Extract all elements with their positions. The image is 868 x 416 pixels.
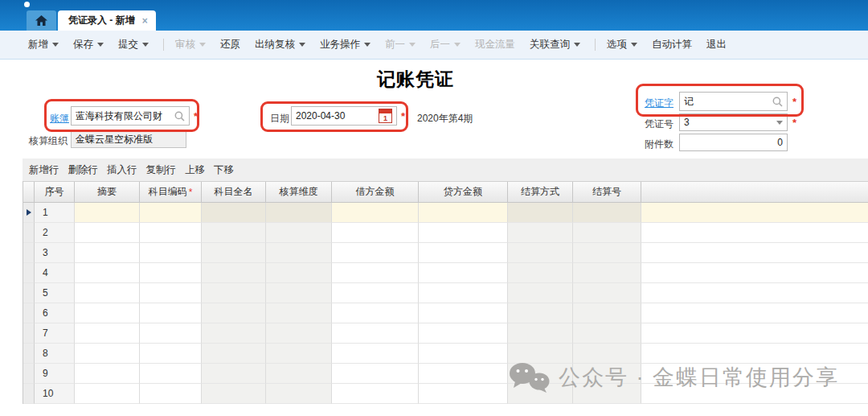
row-number-cell[interactable]: 10 xyxy=(35,384,75,404)
grid-filler-cell[interactable] xyxy=(641,303,868,323)
grid-cell[interactable] xyxy=(75,283,140,303)
row-number-cell[interactable]: 6 xyxy=(35,303,75,323)
row-number-cell[interactable]: 8 xyxy=(35,344,75,364)
menu-item[interactable]: 业务操作 xyxy=(320,38,371,51)
grid-cell[interactable] xyxy=(202,243,266,263)
row-number-cell[interactable]: 7 xyxy=(35,323,75,344)
chevron-down-icon[interactable] xyxy=(631,43,637,47)
grid-cell[interactable] xyxy=(140,303,202,323)
grid-cell[interactable] xyxy=(419,243,508,263)
grid-toolbar-button[interactable]: 插入行 xyxy=(107,163,137,177)
grid-cell[interactable] xyxy=(419,303,508,323)
grid-cell[interactable] xyxy=(332,283,419,303)
row-selector-cell[interactable] xyxy=(23,263,35,283)
grid-cell[interactable] xyxy=(508,303,573,323)
grid-cell[interactable] xyxy=(140,364,202,384)
row-selector-cell[interactable] xyxy=(23,283,35,303)
grid-cell[interactable] xyxy=(266,384,332,404)
grid-cell[interactable] xyxy=(573,223,641,243)
grid-toolbar-button[interactable]: 下移 xyxy=(214,163,234,177)
home-tab[interactable] xyxy=(27,10,56,31)
grid-filler-cell[interactable] xyxy=(641,203,868,223)
grid-cell[interactable] xyxy=(140,243,202,263)
grid-cell[interactable] xyxy=(202,323,266,344)
grid-cell[interactable] xyxy=(75,384,140,404)
grid-cell[interactable] xyxy=(266,223,332,243)
grid-cell[interactable] xyxy=(419,364,508,384)
grid-cell[interactable] xyxy=(573,303,641,323)
search-icon[interactable] xyxy=(772,97,783,107)
grid-cell[interactable] xyxy=(140,344,202,364)
voucher-word-input[interactable]: 记 xyxy=(679,92,788,111)
grid-cell[interactable] xyxy=(332,203,419,223)
grid-cell[interactable] xyxy=(573,344,641,364)
grid-cell[interactable] xyxy=(573,263,641,283)
grid-cell[interactable] xyxy=(332,323,419,344)
book-label-link[interactable]: 账簿 xyxy=(50,112,69,126)
menu-item[interactable]: 关联查询 xyxy=(530,38,580,51)
grid-cell[interactable] xyxy=(508,344,573,364)
chevron-down-icon[interactable] xyxy=(776,121,783,125)
grid-cell[interactable] xyxy=(266,303,332,323)
row-number-cell[interactable]: 4 xyxy=(35,263,75,283)
grid-toolbar-button[interactable]: 删除行 xyxy=(68,163,99,177)
grid-cell[interactable] xyxy=(332,263,419,283)
tab-close-icon[interactable]: × xyxy=(142,15,148,27)
menu-item[interactable]: 退出 xyxy=(706,38,727,51)
attachments-input[interactable]: 0 xyxy=(679,134,788,151)
grid-filler-cell[interactable] xyxy=(641,223,868,243)
grid-cell[interactable] xyxy=(266,203,332,223)
calendar-icon[interactable]: 1 xyxy=(379,109,392,123)
grid-cell[interactable] xyxy=(75,344,140,364)
grid-cell[interactable] xyxy=(202,384,266,404)
voucher-no-input[interactable]: 3 xyxy=(679,113,788,131)
grid-cell[interactable] xyxy=(266,323,332,344)
grid-cell[interactable] xyxy=(140,283,202,303)
grid-cell[interactable] xyxy=(332,364,419,384)
grid-cell[interactable] xyxy=(140,223,202,243)
grid-cell[interactable] xyxy=(75,223,140,243)
grid-cell[interactable] xyxy=(266,344,332,364)
grid-cell[interactable] xyxy=(419,323,508,344)
row-selector-cell[interactable] xyxy=(23,344,35,364)
menu-item[interactable]: 新增 xyxy=(28,38,59,51)
grid-cell[interactable] xyxy=(419,203,508,223)
grid-cell[interactable] xyxy=(508,283,573,303)
grid-cell[interactable] xyxy=(419,344,508,364)
grid-cell[interactable] xyxy=(573,283,641,303)
row-selector-cell[interactable] xyxy=(23,203,35,223)
menu-item[interactable]: 还原 xyxy=(220,38,240,51)
grid-cell[interactable] xyxy=(508,243,573,263)
grid-cell[interactable] xyxy=(140,263,202,283)
grid-cell[interactable] xyxy=(508,263,573,283)
row-number-cell[interactable]: 5 xyxy=(35,283,75,303)
grid-cell[interactable] xyxy=(75,303,140,323)
grid-cell[interactable] xyxy=(332,384,419,404)
grid-cell[interactable] xyxy=(332,243,419,263)
grid-cell[interactable] xyxy=(266,243,332,263)
grid-cell[interactable] xyxy=(266,364,332,384)
search-icon[interactable] xyxy=(174,111,185,122)
grid-cell[interactable] xyxy=(202,283,266,303)
row-number-cell[interactable]: 9 xyxy=(35,364,75,384)
grid-cell[interactable] xyxy=(202,344,266,364)
chevron-down-icon[interactable] xyxy=(364,43,371,47)
grid-cell[interactable] xyxy=(202,223,266,243)
row-selector-cell[interactable] xyxy=(23,323,35,344)
grid-cell[interactable] xyxy=(573,323,641,344)
row-selector-cell[interactable] xyxy=(23,223,35,243)
menu-item[interactable]: 自动计算 xyxy=(652,38,692,51)
row-number-cell[interactable]: 2 xyxy=(35,223,75,243)
grid-filler-cell[interactable] xyxy=(641,283,868,303)
grid-cell[interactable] xyxy=(140,384,202,404)
grid-filler-cell[interactable] xyxy=(641,323,868,344)
grid-cell[interactable] xyxy=(140,323,202,344)
grid-cell[interactable] xyxy=(202,364,266,384)
grid-cell[interactable] xyxy=(419,223,508,243)
grid-cell[interactable] xyxy=(508,323,573,344)
grid-cell[interactable] xyxy=(75,243,140,263)
menu-item[interactable]: 保存 xyxy=(73,38,104,51)
grid-cell[interactable] xyxy=(573,243,641,263)
grid-cell[interactable] xyxy=(419,263,508,283)
menu-item[interactable]: 出纳复核 xyxy=(255,38,305,51)
